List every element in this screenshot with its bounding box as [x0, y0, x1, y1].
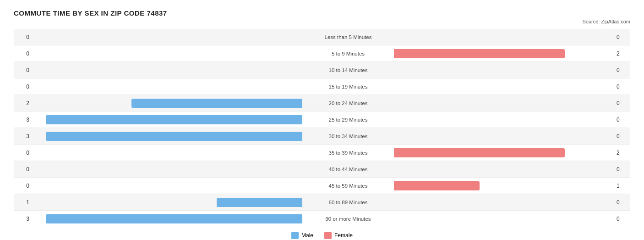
female-bar-container: [394, 198, 614, 207]
table-row: 3 30 to 34 Minutes 0: [14, 128, 630, 145]
female-value: 0: [614, 84, 632, 90]
table-row: 2 20 to 24 Minutes 0: [14, 95, 630, 112]
female-value: 0: [614, 117, 632, 123]
male-value: 0: [14, 150, 32, 156]
row-label: 60 to 89 Minutes: [302, 200, 394, 205]
chart-area: 0 Less than 5 Minutes 0 0 5 to 9 Minutes…: [14, 29, 630, 240]
female-bar-container: [394, 66, 614, 75]
female-value: 1: [614, 183, 632, 189]
table-row: 0 45 to 59 Minutes 1: [14, 178, 630, 194]
female-bar-container: [394, 148, 614, 157]
page-title: COMMUTE TIME BY SEX IN ZIP CODE 74837: [14, 9, 630, 17]
female-value: 0: [614, 166, 632, 173]
female-bar-container: [394, 214, 614, 223]
male-value: 2: [14, 100, 32, 106]
male-bar: [46, 132, 302, 141]
male-color-box: [291, 232, 299, 239]
male-bar: [131, 99, 302, 108]
male-label: Male: [301, 232, 313, 239]
legend: Male Female: [14, 232, 630, 239]
female-bar-container: [394, 115, 614, 124]
male-value: 3: [14, 117, 32, 123]
female-value: 2: [614, 50, 632, 57]
male-bar-container: [32, 181, 302, 190]
male-bar-container: [32, 214, 302, 223]
legend-female: Female: [324, 232, 353, 239]
female-bar-container: [394, 82, 614, 91]
male-bar: [46, 214, 302, 223]
female-bar-container: [394, 99, 614, 108]
female-value: 0: [614, 67, 632, 73]
row-label: 5 to 9 Minutes: [302, 51, 394, 56]
male-value: 1: [14, 199, 32, 206]
table-row: 3 25 to 29 Minutes 0: [14, 112, 630, 128]
source-label: Source: ZipAtlas.com: [14, 19, 630, 24]
table-row: 3 90 or more Minutes 0: [14, 211, 630, 227]
male-bar-container: [32, 198, 302, 207]
male-value: 0: [14, 84, 32, 90]
row-label: 90 or more Minutes: [302, 216, 394, 222]
row-label: 20 to 24 Minutes: [302, 100, 394, 106]
female-bar-container: [394, 132, 614, 141]
male-bar: [46, 115, 302, 124]
female-bar-container: [394, 33, 614, 42]
legend-male: Male: [291, 232, 313, 239]
male-value: 3: [14, 133, 32, 140]
male-value: 0: [14, 67, 32, 73]
male-value: 0: [14, 166, 32, 173]
row-label: 10 to 14 Minutes: [302, 67, 394, 73]
male-value: 0: [14, 50, 32, 57]
male-value: 0: [14, 34, 32, 40]
row-label: 45 to 59 Minutes: [302, 183, 394, 189]
female-bar-container: [394, 181, 614, 190]
male-bar-container: [32, 82, 302, 91]
female-bar: [394, 181, 480, 190]
row-label: Less than 5 Minutes: [302, 34, 394, 40]
row-label: 25 to 29 Minutes: [302, 117, 394, 123]
female-bar-container: [394, 165, 614, 174]
female-value: 0: [614, 199, 632, 206]
male-bar-container: [32, 132, 302, 141]
male-value: 0: [14, 183, 32, 189]
table-row: 0 Less than 5 Minutes 0: [14, 29, 630, 45]
row-label: 15 to 19 Minutes: [302, 84, 394, 89]
female-bar-container: [394, 49, 614, 58]
table-row: 1 60 to 89 Minutes 0: [14, 194, 630, 211]
table-row: 0 15 to 19 Minutes 0: [14, 78, 630, 95]
male-bar-container: [32, 115, 302, 124]
table-row: 0 10 to 14 Minutes 0: [14, 62, 630, 78]
female-value: 0: [614, 133, 632, 140]
male-bar-container: [32, 99, 302, 108]
table-row: 0 40 to 44 Minutes 0: [14, 161, 630, 178]
female-value: 0: [614, 100, 632, 106]
row-label: 35 to 39 Minutes: [302, 150, 394, 156]
female-label: Female: [334, 232, 353, 239]
male-bar-container: [32, 148, 302, 157]
male-bar-container: [32, 33, 302, 42]
female-value: 0: [614, 216, 632, 222]
table-row: 0 35 to 39 Minutes 2: [14, 145, 630, 161]
male-bar-container: [32, 165, 302, 174]
female-bar: [394, 49, 565, 58]
male-bar: [217, 198, 302, 207]
male-value: 3: [14, 216, 32, 222]
female-value: 0: [614, 34, 632, 40]
male-bar-container: [32, 49, 302, 58]
female-value: 2: [614, 150, 632, 156]
row-label: 40 to 44 Minutes: [302, 167, 394, 172]
table-row: 0 5 to 9 Minutes 2: [14, 45, 630, 62]
row-label: 30 to 34 Minutes: [302, 134, 394, 139]
male-bar-container: [32, 66, 302, 75]
female-color-box: [324, 232, 332, 239]
female-bar: [394, 148, 565, 157]
